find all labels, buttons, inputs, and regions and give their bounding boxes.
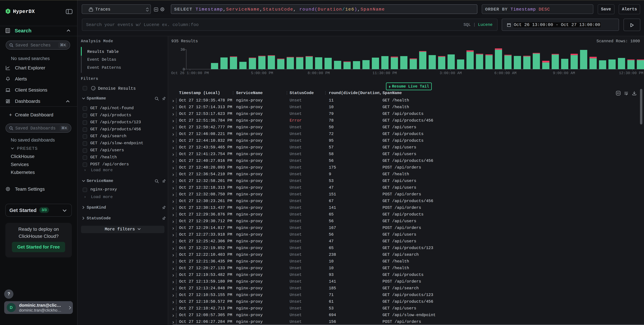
svg-text:6:00:00 AM: 6:00:00 AM bbox=[494, 71, 516, 75]
svg-text:0: 0 bbox=[183, 67, 185, 72]
svg-text:12:30:00 PM: 12:30:00 PM bbox=[619, 71, 643, 75]
svg-text:9:00:00 AM: 9:00:00 AM bbox=[553, 71, 575, 75]
svg-text:3:00:00 AM: 3:00:00 AM bbox=[440, 71, 462, 75]
svg-text:Oct 26 1:00:00 PM: Oct 26 1:00:00 PM bbox=[171, 71, 209, 75]
svg-text:36: 36 bbox=[180, 48, 185, 52]
svg-text:11:30:00 PM: 11:30:00 PM bbox=[372, 71, 397, 75]
svg-text:5:00:00 PM: 5:00:00 PM bbox=[251, 71, 273, 75]
svg-text:8:00:00 PM: 8:00:00 PM bbox=[308, 71, 330, 75]
